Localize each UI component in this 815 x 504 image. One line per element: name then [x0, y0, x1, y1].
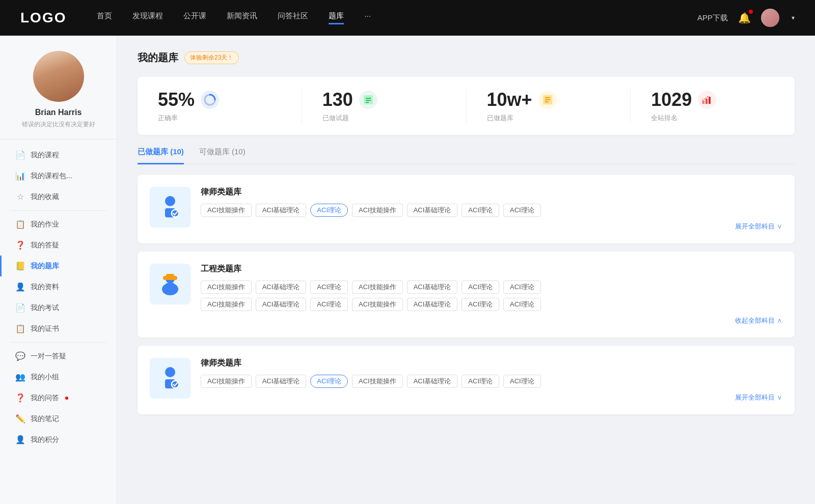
lawyer-svg-icon	[157, 194, 183, 220]
1on1-icon: 💬	[15, 351, 25, 361]
tag-item[interactable]: ACI理论	[461, 281, 499, 294]
tag-item[interactable]: ACI理论	[503, 298, 541, 311]
notes-icon: ✏️	[15, 414, 25, 424]
tag-item[interactable]: ACI理论	[503, 281, 541, 294]
profile-avatar	[33, 51, 84, 102]
qbank-engineer-content: 工程类题库 ACI技能操作 ACI基础理论 ACI理论 ACI技能操作 ACI基…	[201, 264, 782, 325]
notification-bell[interactable]: 🔔	[738, 12, 751, 24]
tag-item[interactable]: ACI技能操作	[201, 298, 252, 311]
accuracy-icon	[201, 91, 219, 109]
tag-item[interactable]: ACI技能操作	[352, 281, 403, 294]
nav-qa[interactable]: 问答社区	[278, 11, 308, 24]
sidebar-item-1on1qa[interactable]: 💬 一对一答疑	[0, 346, 117, 367]
tag-item[interactable]: ACI理论	[310, 298, 348, 311]
qbank-lawyer-title: 律师类题库	[201, 187, 782, 198]
qbank-card-engineer: 工程类题库 ACI技能操作 ACI基础理论 ACI理论 ACI技能操作 ACI基…	[138, 251, 795, 338]
tags-row-lawyer-3: ACI技能操作 ACI基础理论 ACI理论 ACI技能操作 ACI基础理论 AC…	[201, 375, 782, 388]
sidebar-item-points[interactable]: 👤 我的积分	[0, 429, 117, 450]
app-download-button[interactable]: APP下载	[697, 13, 728, 23]
tag-item[interactable]: ACI基础理论	[407, 204, 458, 217]
done-questions-icon	[359, 91, 377, 109]
tag-item[interactable]: ACI理论	[461, 298, 499, 311]
trial-badge: 体验剩余23天！	[184, 51, 239, 64]
sidebar-item-course[interactable]: 📄 我的课程	[0, 145, 117, 165]
tag-item[interactable]: ACI基础理论	[407, 375, 458, 388]
tag-item[interactable]: ACI基础理论	[256, 281, 307, 294]
collapse-button[interactable]: 收起全部科目 ∧	[735, 316, 782, 325]
tag-item[interactable]: ACI技能操作	[352, 204, 403, 217]
tab-done-banks[interactable]: 已做题库 (10)	[138, 147, 184, 164]
tag-item[interactable]: ACI理论	[461, 204, 499, 217]
tags-row-lawyer-1: ACI技能操作 ACI基础理论 ACI理论 ACI技能操作 ACI基础理论 AC…	[201, 204, 782, 217]
stat-rank-value: 1029	[651, 89, 692, 110]
tab-available-banks[interactable]: 可做题库 (10)	[199, 147, 246, 164]
tag-item[interactable]: ACI技能操作	[201, 375, 252, 388]
tag-item[interactable]: ACI理论	[503, 204, 541, 217]
expand-button-2[interactable]: 展开全部科目 ∨	[735, 393, 782, 402]
lawyer-icon-wrap	[150, 187, 191, 228]
accuracy-chart-icon	[204, 94, 216, 106]
stat-banks-label: 已做题库	[487, 114, 610, 123]
logo: LOGO	[20, 10, 66, 26]
qbank-card-inner-2: 工程类题库 ACI技能操作 ACI基础理论 ACI理论 ACI技能操作 ACI基…	[150, 264, 782, 325]
tag-item[interactable]: ACI技能操作	[201, 204, 252, 217]
tag-item[interactable]: ACI理论	[461, 375, 499, 388]
svg-rect-10	[705, 99, 708, 104]
chevron-down-icon[interactable]: ▾	[792, 14, 795, 21]
tag-item[interactable]: ACI理论	[503, 375, 541, 388]
engineer-icon-wrap	[150, 264, 191, 304]
tag-item[interactable]: ACI基础理论	[256, 375, 307, 388]
nav-more[interactable]: ···	[364, 11, 371, 24]
group-icon: 👥	[15, 372, 25, 382]
tag-item[interactable]: ACI基础理论	[407, 298, 458, 311]
profile-name: Brian Harris	[10, 108, 106, 117]
nav-qbank[interactable]: 题库	[329, 11, 344, 24]
sidebar-item-coursepack[interactable]: 📊 我的课程包...	[0, 165, 117, 186]
stats-row: 55% 正确率 130	[138, 77, 795, 135]
sidebar-item-favorites[interactable]: ☆ 我的收藏	[0, 186, 117, 207]
tag-item[interactable]: ACI技能操作	[352, 375, 403, 388]
tag-item[interactable]: ACI技能操作	[201, 281, 252, 294]
chart-bar-icon	[701, 94, 713, 106]
stat-rank-label: 全站排名	[651, 114, 774, 123]
sidebar-item-myqa[interactable]: ❓ 我的问答	[0, 387, 117, 408]
stat-done-banks: 10w+ 已做题库	[467, 89, 631, 123]
exam-icon: 📄	[15, 303, 25, 313]
sidebar-item-notes[interactable]: ✏️ 我的笔记	[0, 408, 117, 429]
nav-news[interactable]: 新闻资讯	[227, 11, 257, 24]
list-icon	[362, 94, 374, 106]
svg-rect-20	[166, 274, 174, 277]
sidebar-item-homework[interactable]: 📋 我的作业	[0, 214, 117, 235]
lawyer-icon-wrap-2	[150, 358, 191, 399]
sidebar-item-certificate[interactable]: 📋 我的证书	[0, 318, 117, 339]
stat-done-questions: 130 已做试题	[302, 89, 467, 123]
tag-item[interactable]: ACI基础理论	[256, 298, 307, 311]
expand-button[interactable]: 展开全部科目 ∨	[735, 222, 782, 231]
layout: Brian Harris 错误的决定比没有决定要好 📄 我的课程 📊 我的课程包…	[0, 36, 815, 504]
tag-item[interactable]: ACI基础理论	[256, 204, 307, 217]
nav-home[interactable]: 首页	[97, 11, 112, 24]
nav-opencourse[interactable]: 公开课	[183, 11, 206, 24]
tag-item[interactable]: ACI技能操作	[352, 298, 403, 311]
svg-point-21	[165, 367, 175, 377]
sidebar-divider-2	[10, 342, 106, 343]
profile-icon: 👤	[15, 282, 25, 292]
tag-item-active[interactable]: ACI理论	[310, 204, 348, 217]
nav-discover[interactable]: 发现课程	[132, 11, 163, 24]
myqa-badge	[65, 397, 68, 400]
profile-section: Brian Harris 错误的决定比没有决定要好	[0, 51, 117, 139]
points-icon: 👤	[15, 435, 25, 444]
tag-item-active[interactable]: ACI理论	[310, 375, 348, 388]
certificate-icon: 📋	[15, 324, 25, 333]
homework-icon: 📋	[15, 219, 25, 229]
tag-item[interactable]: ACI基础理论	[407, 281, 458, 294]
svg-rect-9	[702, 101, 704, 104]
sidebar-item-qbank[interactable]: 📒 我的题库	[0, 256, 117, 276]
sidebar-item-profile[interactable]: 👤 我的资料	[0, 276, 117, 297]
sidebar-item-exam[interactable]: 📄 我的考试	[0, 297, 117, 318]
avatar[interactable]	[761, 9, 779, 27]
qbank-card-lawyer-1: 律师类题库 ACI技能操作 ACI基础理论 ACI理论 ACI技能操作 ACI基…	[138, 175, 795, 243]
sidebar-item-qa[interactable]: ❓ 我的答疑	[0, 235, 117, 256]
sidebar-item-group[interactable]: 👥 我的小组	[0, 367, 117, 387]
tag-item[interactable]: ACI理论	[310, 281, 348, 294]
